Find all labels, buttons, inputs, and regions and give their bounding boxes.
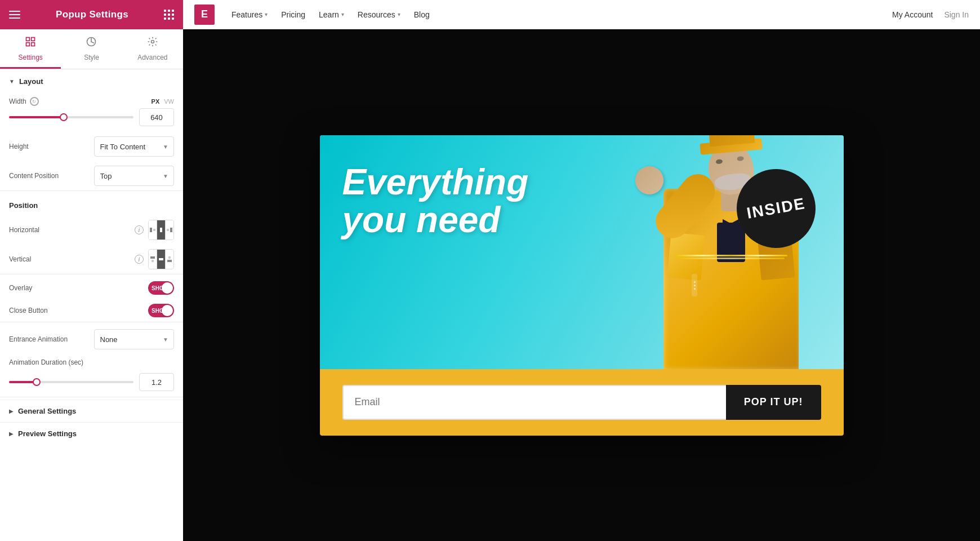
- nav-features-chevron: ▾: [265, 11, 268, 17]
- close-button-label: Close Button: [9, 307, 144, 314]
- horizontal-left-btn[interactable]: [149, 220, 157, 240]
- nav-my-account[interactable]: My Account: [892, 10, 933, 19]
- vertical-bottom-btn[interactable]: [166, 250, 173, 269]
- nav-learn-chevron: ▾: [341, 11, 344, 17]
- tab-style[interactable]: Style: [61, 29, 122, 69]
- content-position-select[interactable]: Top Middle Bottom: [94, 166, 175, 186]
- popup-man-area: [503, 135, 844, 369]
- animation-duration-slider-thumb[interactable]: [33, 378, 41, 386]
- overlay-row: Overlay SHOW: [0, 277, 183, 299]
- nav-resources-chevron: ▾: [398, 11, 400, 17]
- width-slider-fill: [9, 116, 64, 118]
- entrance-animation-label: Entrance Animation: [9, 335, 90, 343]
- close-button-toggle[interactable]: SHOW: [148, 304, 174, 317]
- nav-blog-label: Blog: [414, 10, 430, 19]
- sidebar-title: Popup Settings: [56, 9, 128, 20]
- vertical-info-icon[interactable]: i: [135, 255, 144, 264]
- content-position-select-wrap: Top Middle Bottom ▼: [94, 166, 175, 186]
- resize-handle[interactable]: [692, 274, 697, 296]
- vw-unit-btn[interactable]: VW: [164, 98, 174, 105]
- width-slider-thumb[interactable]: [60, 113, 68, 121]
- tab-advanced-label: Advanced: [137, 54, 167, 61]
- vertical-center-btn[interactable]: [157, 250, 166, 269]
- overlay-toggle[interactable]: SHOW: [148, 281, 174, 295]
- popup-cta-button[interactable]: POP IT UP!: [726, 385, 821, 420]
- svg-rect-2: [26, 43, 30, 46]
- width-slider[interactable]: [9, 116, 133, 118]
- nav-learn[interactable]: Learn ▾: [319, 10, 344, 19]
- nav-features[interactable]: Features ▾: [231, 10, 268, 19]
- sidebar-content: ▼ Layout Width ↻ PX VW 640 Height: [0, 69, 183, 541]
- divider-4: [0, 397, 183, 397]
- position-section-header[interactable]: Position: [0, 193, 183, 215]
- nav-blog[interactable]: Blog: [414, 10, 430, 19]
- nav-right: My Account Sign In: [892, 10, 969, 19]
- entrance-animation-select[interactable]: None Fade In Slide In: [94, 329, 175, 349]
- sidebar: Popup Settings Settings Style: [0, 0, 183, 541]
- resize-dot-1: [694, 281, 696, 283]
- tab-advanced[interactable]: Advanced: [122, 29, 183, 69]
- resize-dot-3: [694, 288, 696, 290]
- preview-settings-arrow: ▶: [9, 431, 14, 437]
- width-label: Width: [9, 97, 26, 105]
- nav-resources-label: Resources: [358, 10, 395, 19]
- height-select[interactable]: Fit To Content Custom: [94, 136, 175, 157]
- general-settings-label: General Settings: [18, 407, 76, 415]
- svg-rect-0: [26, 38, 30, 41]
- width-info-icon[interactable]: ↻: [30, 97, 39, 106]
- general-settings-section[interactable]: ▶ General Settings: [0, 400, 183, 422]
- sidebar-header: Popup Settings: [0, 0, 183, 29]
- email-input-wrap: [342, 385, 726, 420]
- svg-rect-7: [153, 229, 155, 231]
- grid-icon[interactable]: [164, 10, 174, 20]
- advanced-icon: [147, 36, 158, 50]
- animation-duration-label: Animation Duration (sec): [9, 358, 174, 366]
- popup-headline: Everything you need: [342, 163, 529, 239]
- divider-3: [0, 322, 183, 322]
- content-background: Everything you need INSIDE POP IT UP!: [183, 29, 980, 541]
- svg-rect-1: [32, 38, 35, 41]
- width-input[interactable]: 640: [139, 108, 174, 126]
- horizontal-pos-btns: [148, 220, 174, 240]
- popup-image-section: Everything you need INSIDE: [320, 135, 844, 369]
- preview-settings-section[interactable]: ▶ Preview Settings: [0, 422, 183, 445]
- horizontal-right-btn[interactable]: [166, 220, 173, 240]
- nav-pricing[interactable]: Pricing: [281, 10, 305, 19]
- svg-rect-8: [160, 228, 162, 232]
- nav-features-label: Features: [231, 10, 262, 19]
- svg-point-5: [151, 41, 154, 43]
- nav-sign-in[interactable]: Sign In: [944, 10, 969, 19]
- nav-learn-label: Learn: [319, 10, 339, 19]
- horizontal-info-icon[interactable]: i: [135, 225, 144, 234]
- style-icon: [86, 36, 97, 50]
- vertical-pos-btns: [148, 249, 174, 269]
- hamburger-icon[interactable]: [9, 11, 20, 19]
- animation-duration-slider[interactable]: [9, 381, 133, 383]
- svg-rect-10: [167, 229, 169, 231]
- svg-rect-12: [152, 260, 154, 262]
- svg-rect-6: [150, 228, 152, 232]
- popup: Everything you need INSIDE POP IT UP!: [320, 135, 844, 436]
- nav-bar: E Features ▾ Pricing Learn ▾ Resources ▾…: [183, 0, 980, 29]
- content-position-label: Content Position: [9, 172, 90, 180]
- tab-settings-label: Settings: [18, 54, 42, 61]
- layout-section-header[interactable]: ▼ Layout: [0, 69, 183, 91]
- svg-rect-14: [167, 260, 172, 262]
- vertical-top-btn[interactable]: [149, 250, 157, 269]
- resize-dot-2: [694, 285, 696, 286]
- preview-settings-label: Preview Settings: [18, 429, 77, 438]
- tab-settings[interactable]: Settings: [0, 29, 61, 69]
- email-input[interactable]: [342, 385, 726, 420]
- animation-duration-input[interactable]: 1.2: [139, 373, 174, 391]
- horizontal-center-btn[interactable]: [157, 220, 166, 240]
- nav-resources[interactable]: Resources ▾: [358, 10, 400, 19]
- layout-arrow: ▼: [9, 78, 15, 85]
- overlay-label: Overlay: [9, 284, 144, 292]
- popup-badge-text: INSIDE: [745, 194, 807, 223]
- horizontal-label: Horizontal: [9, 226, 132, 234]
- animation-duration-row-label: Animation Duration (sec): [0, 354, 183, 371]
- nav-items: Features ▾ Pricing Learn ▾ Resources ▾ B…: [231, 10, 430, 19]
- sidebar-tabs: Settings Style Advanced: [0, 29, 183, 69]
- px-unit-btn[interactable]: PX: [152, 98, 160, 105]
- vertical-row: Vertical i: [0, 245, 183, 274]
